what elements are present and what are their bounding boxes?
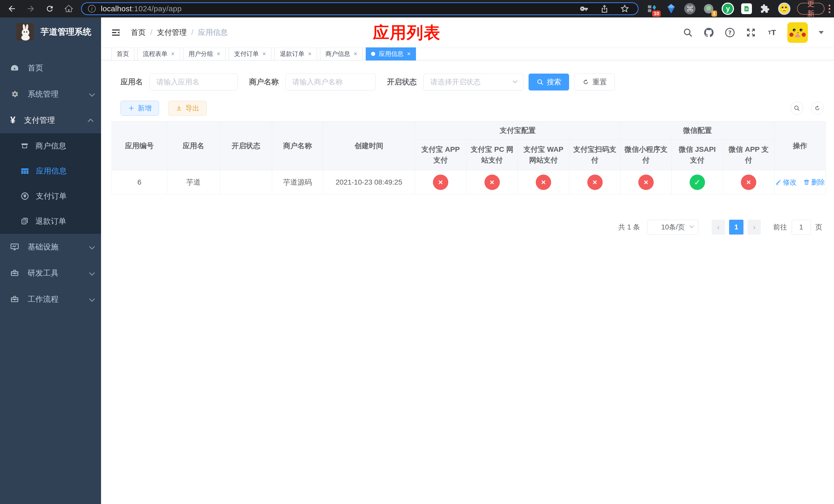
total-count: 共 1 条 — [618, 223, 640, 232]
help-icon[interactable]: ? — [724, 27, 736, 38]
add-button[interactable]: 新增 — [120, 101, 159, 116]
table-row: 6 芋道 芋道源码 2021-10-23 08:49:25 × × × × × … — [112, 170, 826, 194]
col-wx-jsapi: 微信 JSAPI 支付 — [672, 139, 723, 170]
next-page-button[interactable]: › — [748, 220, 761, 234]
status-label: 开启状态 — [387, 77, 417, 87]
tab-pay-orders[interactable]: 支付订单 — [229, 47, 271, 61]
tab-home[interactable]: 首页 — [111, 47, 134, 61]
tab-process-form[interactable]: 流程表单 — [137, 47, 180, 61]
yen-circle-icon: ¥ — [21, 192, 29, 201]
alipay-pc-status: × — [484, 175, 500, 190]
status-select[interactable]: 请选择开启状态 — [423, 74, 523, 91]
sidebar-item-infrastructure[interactable]: 基础设施 — [0, 234, 101, 260]
close-icon[interactable] — [262, 50, 266, 58]
extension-doc-icon[interactable] — [741, 3, 752, 14]
browser-home-icon[interactable] — [64, 4, 74, 14]
extension-command-icon[interactable]: ⌘ — [684, 3, 696, 14]
alipay-app-status: × — [433, 175, 448, 190]
col-status: 开启状态 — [220, 121, 272, 170]
hide-search-icon[interactable] — [790, 102, 803, 115]
sidebar-item-merchant-info[interactable]: 商户信息 — [0, 133, 101, 158]
sidebar-item-payment[interactable]: ¥ 支付管理 — [0, 107, 101, 133]
page-unit-label: 页 — [815, 223, 822, 232]
extension-diamond-icon[interactable] — [665, 3, 677, 15]
sidebar-item-app-info[interactable]: 应用信息 — [0, 158, 101, 184]
search-icon[interactable] — [682, 27, 694, 38]
col-alipay-app: 支付宝 APP 支付 — [415, 139, 466, 170]
extensions-puzzle-icon[interactable] — [759, 3, 771, 15]
close-icon[interactable] — [354, 50, 357, 58]
user-avatar[interactable] — [787, 22, 808, 43]
sidebar-item-workflow[interactable]: 工作流程 — [0, 286, 101, 312]
yen-icon: ¥ — [10, 115, 15, 125]
tab-merchant-info[interactable]: 商户信息 — [320, 47, 363, 61]
site-info-icon[interactable]: i — [88, 5, 96, 13]
search-button[interactable]: 搜索 — [529, 74, 569, 91]
search-form: 应用名 商户名称 开启状态 请选择开启状态 搜索 — [120, 74, 615, 91]
extension-sidepanel-icon[interactable]: 10 — [646, 3, 658, 15]
prev-page-button[interactable]: ‹ — [712, 220, 725, 234]
col-alipay-scan: 支付宝扫码支付 — [569, 139, 621, 170]
emoji-avatar[interactable] — [778, 3, 790, 15]
chevron-down-icon — [89, 296, 95, 302]
sidebar-item-home[interactable]: 首页 — [0, 55, 101, 81]
fullscreen-icon[interactable] — [745, 27, 756, 38]
page-number[interactable]: 1 — [729, 220, 744, 234]
table-tools — [790, 102, 824, 115]
alipay-scan-status: × — [587, 175, 603, 190]
close-icon[interactable] — [217, 50, 220, 58]
dashboard-icon — [10, 64, 19, 72]
app-logo — [16, 23, 34, 41]
edit-button[interactable]: 修改 — [775, 178, 797, 187]
export-button[interactable]: 导出 — [168, 101, 207, 116]
app-logo-row[interactable]: 芋道管理系统 — [0, 18, 101, 46]
breadcrumb-payment[interactable]: 支付管理 — [157, 27, 187, 38]
breadcrumb-separator — [191, 28, 193, 37]
extension-badge: 10 — [652, 10, 661, 17]
close-icon[interactable] — [308, 50, 312, 58]
sidebar-item-refund-orders[interactable]: 退款订单 — [0, 209, 101, 234]
wx-app-status: × — [741, 175, 756, 190]
extension-y-icon[interactable]: y — [722, 3, 734, 15]
browser-update-button[interactable]: 更新 — [797, 3, 825, 15]
close-icon[interactable] — [171, 50, 175, 58]
col-actions: 操作 — [774, 121, 826, 170]
col-merchant: 商户名称 — [272, 121, 323, 170]
cell-app-name: 芋道 — [167, 170, 220, 194]
delete-button[interactable]: 删除 — [804, 178, 825, 187]
sidebar-item-pay-orders[interactable]: ¥ 支付订单 — [0, 184, 101, 209]
sidebar-item-system[interactable]: 系统管理 — [0, 81, 101, 107]
address-bar[interactable]: i localhost:1024/pay/app — [81, 2, 639, 15]
page-size-select[interactable]: 10条/页 — [648, 220, 698, 234]
menu-fold-icon[interactable] — [111, 28, 120, 37]
reset-button[interactable]: 重置 — [574, 74, 615, 91]
font-size-icon[interactable]: TT — [766, 27, 777, 38]
browser-menu-icon[interactable] — [829, 5, 830, 13]
bookmark-star-icon[interactable] — [620, 4, 630, 14]
close-icon[interactable] — [407, 50, 411, 58]
gear-icon — [10, 90, 19, 98]
tab-refund-orders[interactable]: 退款订单 — [275, 47, 317, 61]
tab-app-info[interactable]: 应用信息 — [366, 47, 416, 61]
pagination: 共 1 条 10条/页 ‹ 1 › 前往 页 — [618, 220, 822, 234]
refresh-icon[interactable] — [811, 102, 824, 115]
browser-back-icon[interactable] — [7, 4, 17, 14]
col-app-name: 应用名 — [167, 121, 220, 170]
app-name-label: 应用名 — [120, 77, 143, 87]
browser-forward-icon[interactable] — [26, 4, 36, 14]
password-key-icon[interactable] — [579, 4, 589, 14]
goto-page-input[interactable] — [792, 220, 811, 234]
tab-user-group[interactable]: 用户分组 — [183, 47, 226, 61]
url-text: localhost:1024/pay/app — [101, 4, 181, 13]
sidebar-item-dev-tools[interactable]: 研发工具 — [0, 260, 101, 286]
breadcrumb-home[interactable]: 首页 — [131, 27, 146, 38]
caret-down-icon[interactable] — [819, 31, 824, 34]
app-name-input[interactable] — [150, 74, 238, 91]
shop-icon — [21, 142, 29, 150]
github-icon[interactable] — [703, 27, 715, 38]
merchant-name-input[interactable] — [285, 74, 376, 91]
col-alipay-wap: 支付宝 WAP 网站支付 — [518, 139, 569, 170]
extension-circle-icon[interactable]: 1 — [703, 3, 715, 15]
share-icon[interactable] — [600, 4, 609, 13]
browser-reload-icon[interactable] — [45, 4, 55, 14]
